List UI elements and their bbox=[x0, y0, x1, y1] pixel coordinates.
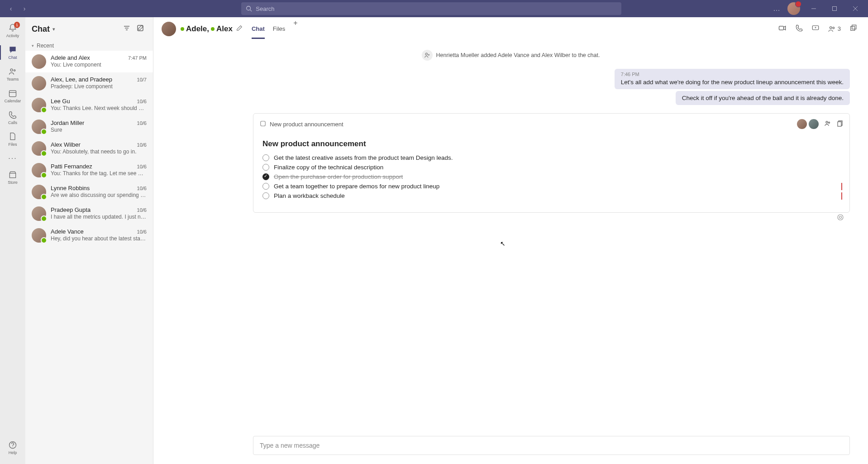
rail-more[interactable]: ··· bbox=[0, 150, 25, 167]
collaborator-avatar[interactable] bbox=[796, 118, 808, 130]
chat-list-item[interactable]: Jordan Miller10/6Sure bbox=[25, 116, 153, 138]
task-item[interactable]: Finalize copy of the technical descripti… bbox=[262, 163, 840, 172]
chat-list-item[interactable]: Lynne Robbins10/6Are we also discussing … bbox=[25, 181, 153, 203]
compose-placeholder: Type a new message bbox=[260, 442, 320, 449]
chat-list-item[interactable]: Patti Fernandez10/6You: Thanks for the t… bbox=[25, 159, 153, 181]
live-component-card: New product announcement New product ann… bbox=[253, 113, 850, 213]
mouse-cursor: ↖ bbox=[500, 240, 506, 247]
collaborator-avatar[interactable] bbox=[808, 118, 820, 130]
share-screen-button[interactable] bbox=[811, 24, 820, 34]
search-input[interactable]: Search bbox=[241, 2, 621, 15]
chevron-down-icon[interactable]: ▾ bbox=[52, 26, 55, 32]
chat-preview: I have all the metrics updated. I just n… bbox=[51, 214, 147, 220]
rail-teams[interactable]: Teams bbox=[0, 63, 25, 85]
audio-call-button[interactable] bbox=[795, 24, 803, 34]
rename-button[interactable] bbox=[236, 25, 243, 33]
chat-time: 10/6 bbox=[137, 164, 147, 169]
more-icon: ··· bbox=[8, 154, 17, 163]
chat-time: 10/6 bbox=[137, 99, 147, 104]
rail-files[interactable]: Files bbox=[0, 129, 25, 150]
compose-area: Type a new message bbox=[153, 436, 868, 464]
more-menu-button[interactable]: … bbox=[773, 5, 781, 13]
component-icon bbox=[260, 120, 266, 128]
nav-back-button[interactable]: ‹ bbox=[5, 3, 16, 14]
chat-list: Adele and Alex7:47 PMYou: Live component… bbox=[25, 51, 153, 246]
task-checkbox[interactable] bbox=[262, 173, 269, 180]
chat-list-item[interactable]: Adele Vance10/6Hey, did you hear about t… bbox=[25, 225, 153, 246]
tab-chat[interactable]: Chat bbox=[252, 19, 265, 38]
rail-activity[interactable]: 1 Activity bbox=[0, 20, 25, 42]
conversation-title: Adele, Alex bbox=[181, 24, 233, 33]
chat-time: 10/7 bbox=[137, 77, 147, 82]
presence-dot bbox=[211, 27, 215, 31]
svg-point-29 bbox=[839, 216, 842, 219]
copy-component-button[interactable] bbox=[836, 120, 843, 129]
rail-label: Activity bbox=[6, 33, 19, 38]
message-bubble: 7:46 PM Let's all add what we're doing f… bbox=[615, 69, 850, 89]
svg-point-19 bbox=[830, 26, 832, 29]
chat-list-item[interactable]: Adele and Alex7:47 PMYou: Live component bbox=[25, 51, 153, 72]
task-item[interactable]: Open the purchase order for production s… bbox=[262, 172, 840, 182]
task-text: Open the purchase order for production s… bbox=[274, 173, 403, 180]
task-item[interactable]: Get a team together to prepare demos for… bbox=[262, 182, 840, 191]
close-button[interactable] bbox=[848, 1, 863, 16]
rail-calendar[interactable]: Calendar bbox=[0, 85, 25, 107]
edit-caret bbox=[841, 192, 842, 200]
new-chat-button[interactable] bbox=[137, 24, 144, 33]
maximize-button[interactable] bbox=[827, 1, 842, 16]
component-heading: New product announcement bbox=[262, 139, 840, 148]
rail-chat[interactable]: Chat bbox=[0, 42, 25, 63]
chat-pane-header: Chat ▾ bbox=[25, 17, 153, 41]
section-recent[interactable]: Recent bbox=[25, 41, 153, 51]
chat-name: Lee Gu bbox=[51, 98, 70, 105]
file-icon bbox=[8, 132, 17, 141]
svg-point-28 bbox=[838, 215, 843, 220]
task-checkbox[interactable] bbox=[262, 154, 269, 161]
person-add-icon bbox=[422, 50, 433, 61]
rail-help[interactable]: Help bbox=[0, 437, 25, 459]
add-tab-button[interactable]: + bbox=[293, 19, 297, 38]
task-item[interactable]: Plan a workback schedule bbox=[262, 191, 840, 201]
calendar-icon bbox=[8, 89, 17, 98]
rail-store[interactable]: Store bbox=[0, 167, 25, 188]
avatar bbox=[32, 54, 46, 69]
svg-point-25 bbox=[826, 121, 828, 123]
chat-name: Patti Fernandez bbox=[51, 163, 92, 170]
avatar bbox=[32, 185, 46, 199]
chat-list-item[interactable]: Alex Wilber10/6You: Absolutely, that nee… bbox=[25, 138, 153, 159]
task-checkbox[interactable] bbox=[262, 164, 269, 171]
tab-files[interactable]: Files bbox=[273, 19, 285, 38]
conversation-pane: Adele, Alex Chat Files + 3 Henrietta Mue… bbox=[153, 17, 868, 464]
phone-icon bbox=[8, 110, 17, 120]
chat-name: Alex, Lee, and Pradeep bbox=[51, 76, 112, 83]
chat-time: 10/6 bbox=[137, 186, 147, 191]
svg-point-0 bbox=[247, 6, 251, 10]
user-avatar[interactable] bbox=[787, 2, 800, 15]
chat-name: Jordan Miller bbox=[51, 120, 84, 126]
live-component-content[interactable]: New product announcement Get the latest … bbox=[253, 135, 849, 212]
nav-forward-button[interactable]: › bbox=[19, 3, 30, 14]
task-item[interactable]: Get the latest creative assets from the … bbox=[262, 153, 840, 163]
task-checkbox[interactable] bbox=[262, 192, 269, 199]
video-call-button[interactable] bbox=[778, 24, 787, 34]
participants-button[interactable]: 3 bbox=[828, 25, 841, 33]
popout-button[interactable] bbox=[849, 24, 857, 34]
chat-time: 10/6 bbox=[137, 120, 147, 126]
seen-icon bbox=[837, 214, 844, 222]
task-text: Get the latest creative assets from the … bbox=[274, 154, 453, 161]
rail-label: Teams bbox=[7, 77, 19, 81]
chat-preview: You: Absolutely, that needs to go in. bbox=[51, 148, 147, 155]
filter-button[interactable] bbox=[123, 24, 130, 33]
chat-list-item[interactable]: Pradeep Gupta10/6I have all the metrics … bbox=[25, 203, 153, 225]
share-component-button[interactable] bbox=[824, 120, 831, 129]
rail-calls[interactable]: Calls bbox=[0, 107, 25, 129]
system-message: Henrietta Mueller added Adele Vance and … bbox=[153, 46, 868, 69]
svg-point-6 bbox=[10, 69, 13, 71]
minimize-button[interactable] bbox=[806, 1, 821, 16]
chat-list-item[interactable]: Lee Gu10/6You: Thanks Lee. Next week sho… bbox=[25, 94, 153, 116]
chat-list-item[interactable]: Alex, Lee, and Pradeep10/7Pradeep: Live … bbox=[25, 72, 153, 94]
chat-name: Lynne Robbins bbox=[51, 185, 90, 191]
task-checkbox[interactable] bbox=[262, 183, 269, 190]
message-input[interactable]: Type a new message bbox=[253, 436, 850, 455]
live-component-bar: New product announcement bbox=[253, 114, 849, 135]
